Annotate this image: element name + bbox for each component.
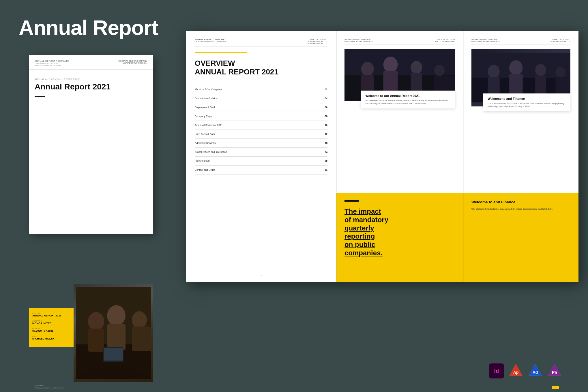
spread-right-date: DATE : 01 / 07 / 2021 xyxy=(550,38,570,40)
cover-photo-people xyxy=(74,284,153,382)
toc-row: Company Report08 xyxy=(195,112,327,121)
welcome-finance-text: U.S. retail sales fell for the first tim… xyxy=(488,102,566,108)
welcome-finance-title: Welcome to and Finance xyxy=(488,97,566,100)
cover-company-name: EGOTYPE DESIGN COMPANY xyxy=(119,60,147,62)
spread-page-number: 2 xyxy=(261,274,262,277)
spread-middle-page: ANNUAL REPORT TEMPLATE DESIGN PROPOSAL T… xyxy=(336,31,463,282)
toc-item-page: 12 xyxy=(317,130,327,138)
cover-meta: CREATED ON : 01 / 07 / 2021 xyxy=(35,63,69,64)
indesign-icon: Id xyxy=(489,363,504,378)
svg-rect-18 xyxy=(411,73,422,92)
svg-rect-5 xyxy=(107,324,126,350)
spread-mid-header: ANNUAL REPORT TEMPLATE DESIGN PROPOSAL T… xyxy=(344,38,455,42)
toc-item-page: 18 xyxy=(317,138,327,147)
impact-line1: The impact xyxy=(344,207,381,215)
company-info: COMPANY MONO LIMITED xyxy=(32,320,72,325)
spread-overview-title: OVERVIEW ANNUAL REPORT 2021 xyxy=(195,59,327,76)
toc-item-page: 10 xyxy=(317,121,327,130)
spread-right-divider xyxy=(471,44,570,44)
toc-item-label: Additional Services xyxy=(195,138,317,147)
cover-template-label: ANNUAL REPORT TEMPLATE xyxy=(35,60,69,62)
svg-point-2 xyxy=(88,312,104,331)
svg-rect-7 xyxy=(132,327,151,351)
spread-left-company: EGOTYPE MEDIA LTD. xyxy=(308,40,327,42)
spread-yellow-accent xyxy=(195,52,247,53)
content-info: CONTENT ANNUAL REPORT 2021 xyxy=(32,312,72,317)
toc-item-label: About us / Our Company xyxy=(195,85,317,94)
svg-rect-16 xyxy=(383,71,398,91)
booklet-spread: ANNUAL REPORT TEMPLATE DESIGN PROPOSAL T… xyxy=(186,31,578,282)
toc-item-label: Contact and Order xyxy=(195,165,317,174)
cover-info-panel: CONTENT ANNUAL REPORT 2021 COMPANY MONO … xyxy=(29,308,75,347)
ceo-info: CEO MICHAEL MILLER xyxy=(32,335,72,340)
period-value: 07.2020 - 07.2021 xyxy=(32,329,72,333)
toc-row: Hard Facts & Data12 xyxy=(195,130,327,138)
spread-right-company: EGOTYPE MEDIA LTD. xyxy=(550,40,570,42)
toc-row: Global Offices and Interaction24 xyxy=(195,147,327,156)
spread-left-header: ANNUAL REPORT TEMPLATE DESIGN PROPOSAL T… xyxy=(195,38,327,44)
overview-line1: OVERVIEW xyxy=(195,59,235,67)
svg-rect-20 xyxy=(434,76,455,93)
svg-rect-9 xyxy=(104,348,123,361)
impact-line3: quarterly xyxy=(344,224,374,232)
page-title: Annual Report xyxy=(19,16,158,40)
spread-mid-company: EGOTYPE MEDIA LTD. xyxy=(435,40,455,42)
toc-item-page: 31 xyxy=(317,165,327,174)
spread-mid-template-label: ANNUAL REPORT TEMPLATE xyxy=(344,38,373,40)
affinity-designer-icon: Ad xyxy=(528,363,543,379)
spread-left-design-label: DESIGN PROPOSAL TEMPLATE xyxy=(195,40,226,42)
spread-right-template-label: ANNUAL REPORT TEMPLATE xyxy=(471,38,500,40)
cover-header: ANNUAL REPORT TEMPLATE CREATED ON : 01 /… xyxy=(29,55,153,70)
svg-text:Ap: Ap xyxy=(513,370,519,375)
svg-text:Ph: Ph xyxy=(552,370,557,375)
toc-item-label: Financial Statement 2021 xyxy=(195,121,317,130)
affinity-pub-svg: Ap xyxy=(508,363,523,378)
svg-point-4 xyxy=(107,305,126,326)
toc-row: Financial Statement 202110 xyxy=(195,121,327,130)
toc-item-page: 08 xyxy=(317,112,327,121)
toc-row: Contact and Order31 xyxy=(195,165,327,174)
cover-website: WWW.MONO-STUDIO.COM xyxy=(35,387,64,389)
toc-item-label: Preview 2020 xyxy=(195,156,317,165)
spread-mid-design-label: DESIGN PROPOSAL TEMPLATE xyxy=(344,40,373,42)
impact-line5: on public xyxy=(344,241,375,248)
indesign-label: Id xyxy=(494,368,499,374)
cover-divider xyxy=(35,73,147,73)
welcome-title: Welcome to our Annual Report 2021 xyxy=(365,94,451,97)
svg-point-17 xyxy=(411,61,422,74)
right-yellow-text: U.S. retail sales fell in September (pre… xyxy=(471,208,570,211)
cover-main-title: Annual Report 2021 xyxy=(29,81,153,94)
toc-item-page: 24 xyxy=(317,147,327,156)
period-info: PERIOD 07.2020 - 07.2021 xyxy=(32,328,72,333)
svg-rect-3 xyxy=(88,329,104,352)
toc-row: Additional Services18 xyxy=(195,138,327,147)
toc-item-page: 30 xyxy=(317,156,327,165)
toc-row: Our Mission & Vision04 xyxy=(195,94,327,103)
cover-company-website: WWW.EGOTYPE.DESIGN xyxy=(119,62,147,64)
toc-row: About us / Our Company02 xyxy=(195,85,327,94)
cover-footer: REACH US WWW.MONO-STUDIO.COM xyxy=(35,385,64,389)
content-value: ANNUAL REPORT 2021 xyxy=(32,314,72,317)
spread-right-page: ANNUAL REPORT TEMPLATE DESIGN PROPOSAL T… xyxy=(463,31,578,282)
toc-table: About us / Our Company02Our Mission & Vi… xyxy=(195,85,327,175)
svg-point-15 xyxy=(383,57,398,73)
right-yellow-section: Welcome to and Finance U.S. retail sales… xyxy=(463,193,578,282)
company-value: MONO LIMITED xyxy=(32,322,72,325)
impact-line6: companies. xyxy=(344,249,383,257)
toc-item-page: 06 xyxy=(317,103,327,112)
software-icons-row: Id Ap Ad Ph xyxy=(489,363,562,379)
welcome-finance-box: Welcome to and Finance U.S. retail sales… xyxy=(483,93,570,111)
cover-accent-bar xyxy=(35,96,45,97)
affinity-publisher-icon: Ap xyxy=(508,363,523,379)
cover-photo xyxy=(74,284,153,382)
spread-right-header: ANNUAL REPORT TEMPLATE DESIGN PROPOSAL T… xyxy=(471,38,570,42)
overview-line2: ANNUAL REPORT 2021 xyxy=(195,67,278,76)
spread-mid-date: DATE : 01 / 07 / 2021 xyxy=(435,38,455,40)
spread-left-divider xyxy=(195,46,327,46)
affinity-photo-svg: Ph xyxy=(547,363,562,378)
affinity-photo-icon: Ph xyxy=(547,363,562,379)
toc-item-label: Our Mission & Vision xyxy=(195,94,317,103)
welcome-box: Welcome to our Annual Report 2021 U.S. r… xyxy=(361,91,455,108)
cover-footer-bar xyxy=(552,386,559,389)
impact-line2: of mandatory xyxy=(344,216,388,224)
